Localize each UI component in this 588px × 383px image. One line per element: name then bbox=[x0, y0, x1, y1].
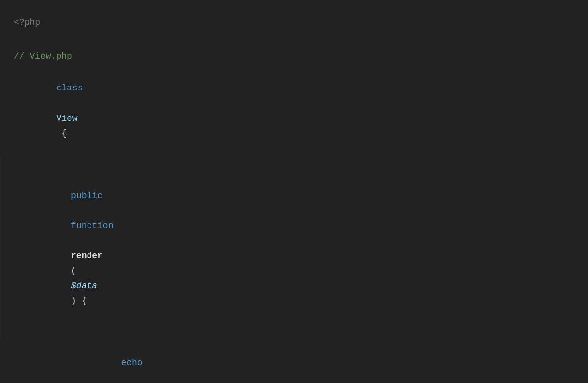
code-line-empty bbox=[0, 31, 588, 48]
keyword-public: public bbox=[71, 191, 103, 201]
php-tag-text: <?php bbox=[14, 17, 40, 27]
func-name-render: render bbox=[71, 251, 103, 261]
code-block: <?php // View.php class View { public bbox=[0, 0, 588, 383]
comment-text: // View.php bbox=[14, 51, 72, 61]
keyword-function: function bbox=[71, 221, 113, 231]
code-line-comment: // View.php bbox=[0, 48, 588, 65]
code-line-php-tag: <?php bbox=[0, 14, 588, 31]
code-line-public-func: public function render ( $data ) { bbox=[0, 157, 588, 339]
class-name: View bbox=[56, 114, 77, 123]
keyword-class: class bbox=[56, 83, 83, 93]
code-line-echo1: echo "<h1>Dados</h1><ul>"; bbox=[0, 339, 588, 383]
code-line-class: class View { bbox=[0, 65, 588, 157]
editor-container: <?php // View.php class View { public bbox=[0, 0, 588, 383]
php-open-tag: <?php bbox=[0, 15, 40, 30]
keyword-echo-1: echo bbox=[121, 358, 142, 368]
param-data: $data bbox=[71, 281, 97, 291]
